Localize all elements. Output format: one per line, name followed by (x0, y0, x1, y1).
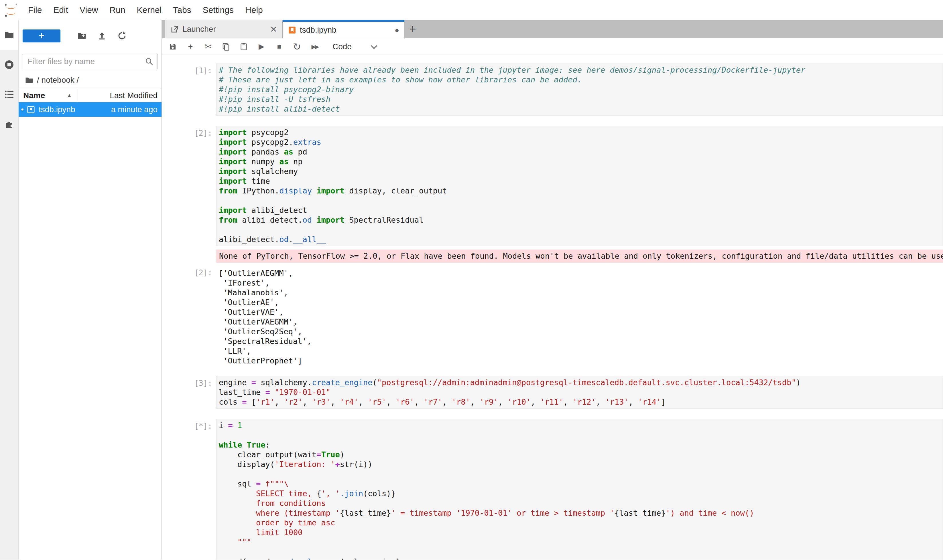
output-line: ['OutlierAEGMM', (219, 268, 312, 278)
new-tab-button[interactable]: + (404, 20, 421, 38)
column-header-name[interactable]: Name ▲ (19, 91, 76, 100)
name-column-label: Name (23, 91, 45, 100)
cell-type-dropdown[interactable]: Code (332, 42, 376, 51)
menu-item-run[interactable]: Run (104, 5, 131, 15)
output-line: 'OutlierProphet'] (219, 356, 312, 366)
launcher-icon (170, 25, 179, 34)
breadcrumb-path: / notebook / (37, 75, 79, 85)
sidebar-tab-running-sessions[interactable] (0, 50, 19, 80)
code-line (219, 225, 943, 235)
menu-item-settings[interactable]: Settings (197, 5, 239, 15)
code-line: import numpy as np (219, 157, 943, 166)
file-browser-panel: + (19, 20, 162, 560)
output-line: 'OutlierVAEGMM', (219, 317, 312, 327)
code-line: where (timestamp '{last_time}' = timesta… (219, 508, 943, 518)
code-line: clear_output(wait=True) (219, 450, 943, 460)
interrupt-kernel-button[interactable]: ■ (274, 41, 284, 52)
restart-kernel-button[interactable]: ↻ (292, 41, 302, 52)
cell-input-prompt: [2]: (162, 126, 216, 246)
refresh-icon (117, 31, 127, 40)
code-line: #!pip install alibi-detect (219, 104, 943, 114)
new-launcher-button[interactable]: + (23, 29, 60, 42)
output-line: 'OutlierVAE', (219, 307, 312, 317)
column-header-last-modified[interactable]: Last Modified (76, 89, 162, 102)
menu-item-view[interactable]: View (74, 5, 103, 15)
notebook-file-icon (27, 105, 35, 114)
breadcrumb[interactable]: / notebook / (25, 75, 162, 85)
chevron-down-icon (371, 42, 377, 49)
notebook-toolbar: + ✂ ▶ ■ ↻ ▶▶ Code (162, 38, 943, 55)
menu-item-kernel[interactable]: Kernel (131, 5, 168, 15)
copy-cells-button[interactable] (221, 41, 231, 52)
cell-input-prompt: [*]: (162, 419, 216, 560)
new-folder-icon (77, 31, 86, 40)
sidebar-tab-extensions[interactable] (0, 109, 19, 139)
notebook-tab-icon (288, 26, 296, 34)
tab-tsdb-ipynb[interactable]: tsdb.ipynb ● (282, 20, 404, 38)
folder-icon (4, 30, 14, 40)
output-line: 'LLR', (219, 346, 312, 356)
save-icon (168, 42, 177, 51)
menu-item-file[interactable]: File (22, 5, 48, 15)
cell-editor[interactable]: engine = sqlalchemy.create_engine("postg… (216, 376, 943, 409)
code-line: limit 1000 (219, 528, 943, 537)
paste-icon (239, 42, 248, 51)
code-line: sql = f"""\ (219, 479, 943, 489)
restart-run-all-button[interactable]: ▶▶ (310, 41, 320, 52)
code-line (219, 196, 943, 205)
cell-input-prompt: [3]: (162, 376, 216, 409)
cell-editor[interactable]: # The following libraries have already b… (216, 63, 943, 115)
code-line: alibi_detect.od.__all__ (219, 235, 943, 245)
notebook-cell: [*]:i = 1 while True: clear_output(wait=… (162, 419, 943, 560)
filter-files-input[interactable] (23, 54, 157, 69)
notebook-cell: [1]:# The following libraries have alrea… (162, 63, 943, 115)
tab-launcher-label: Launcher (182, 25, 216, 34)
output-line: 'SpectralResidual', (219, 337, 312, 346)
paste-cells-button[interactable] (239, 41, 249, 52)
cell-editor[interactable]: import psycopg2import psycopg2.extrasimp… (216, 126, 943, 246)
code-line: #!pip install psycopg2-binary (219, 85, 943, 94)
code-line: #!pip install -U tsfresh (219, 94, 943, 104)
table-of-contents-icon (4, 89, 14, 100)
code-line: from conditions (219, 498, 943, 508)
close-tab-icon[interactable]: ✕ (270, 24, 277, 34)
menu-item-tabs[interactable]: Tabs (167, 5, 197, 15)
menu-bar: File Edit View Run Kernel Tabs Settings … (0, 0, 943, 20)
cut-cells-button[interactable]: ✂ (203, 41, 213, 52)
code-line: last_time = "1970-01-01" (219, 388, 943, 397)
new-folder-button[interactable] (72, 29, 92, 42)
output-line: 'OutlierAE', (219, 298, 312, 307)
notebook-panel: [1]:# The following libraries have alrea… (162, 55, 943, 560)
sidebar-tab-file-browser[interactable] (0, 20, 19, 50)
tab-tsdb-label: tsdb.ipynb (300, 25, 336, 35)
cell-editor[interactable]: i = 1 while True: clear_output(wait=True… (216, 419, 943, 560)
save-button[interactable] (168, 41, 178, 52)
code-line: import psycopg2 (219, 128, 943, 137)
cell-output-prompt: [2]: (162, 266, 216, 366)
tab-launcher[interactable]: Launcher ✕ (165, 20, 282, 38)
code-line: import psycopg2.extras (219, 137, 943, 147)
insert-cell-button[interactable]: + (185, 41, 196, 52)
file-last-modified: a minute ago (111, 105, 162, 114)
notebook-cell: [2]:import psycopg2import psycopg2.extra… (162, 126, 943, 366)
menu-item-edit[interactable]: Edit (48, 5, 74, 15)
upload-icon (97, 31, 106, 40)
copy-icon (222, 42, 230, 51)
cell-output: [2]:['OutlierAEGMM', 'IForest', 'Mahalan… (162, 266, 943, 366)
code-line: import time (219, 176, 943, 186)
code-line: df = pd.read_sql_query(sql, engine) (219, 557, 943, 560)
code-line: display('Iteration: '+str(i)) (219, 460, 943, 469)
code-line: from IPython.display import display, cle… (219, 186, 943, 196)
run-cell-button[interactable]: ▶ (256, 41, 267, 52)
code-line: from alibi_detect.od import SpectralResi… (219, 215, 943, 225)
code-line: cols = ['r1', 'r2', 'r3', 'r4', 'r5', 'r… (219, 397, 943, 407)
jupyter-logo-icon (3, 3, 19, 17)
refresh-button[interactable] (112, 29, 132, 42)
code-line: # The following libraries have already b… (219, 65, 943, 75)
sidebar-tab-table-of-contents[interactable] (0, 80, 19, 109)
upload-button[interactable] (92, 29, 112, 42)
menu-item-help[interactable]: Help (239, 5, 269, 15)
file-row-tsdb-ipynb[interactable]: • tsdb.ipynb a minute ago (19, 102, 162, 117)
code-line: import pandas as pd (219, 147, 943, 157)
output-line: 'OutlierSeq2Seq', (219, 327, 312, 337)
